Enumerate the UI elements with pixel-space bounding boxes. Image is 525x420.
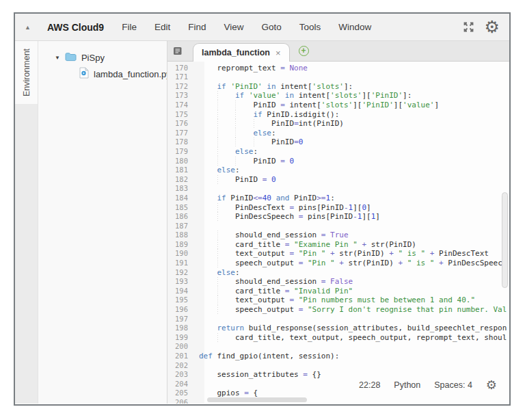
python-file-icon [79, 67, 89, 81]
line-number[interactable]: 179 [167, 147, 196, 157]
code-line[interactable]: 197 [167, 315, 509, 324]
code-line[interactable]: 186 PinDescSpeech = pins[PinID-1][1] [167, 212, 509, 222]
menu-item-tools[interactable]: Tools [299, 22, 321, 32]
line-number[interactable]: 196 [167, 305, 196, 315]
menu-item-goto[interactable]: Goto [261, 22, 281, 32]
code-line[interactable]: 172 if 'PinID' in intent['slots']: [167, 82, 509, 92]
code-line[interactable]: 195 text_output = "Pin numbers must be b… [167, 296, 509, 305]
line-number[interactable]: 203 [167, 370, 196, 380]
line-number[interactable]: 205 [167, 389, 196, 398]
cloud9-window: ▲ AWS Cloud9 FileEditFindViewGotoToolsWi… [14, 12, 511, 406]
code-line[interactable]: 173 if 'value' in intent['slots']['PinID… [167, 91, 509, 101]
line-number[interactable]: 194 [167, 287, 196, 296]
line-number[interactable]: 183 [167, 184, 196, 194]
line-number[interactable]: 187 [167, 222, 196, 231]
line-number[interactable]: 172 [167, 82, 196, 92]
line-number[interactable]: 177 [167, 129, 196, 138]
tab-lambda-function[interactable]: lambda_function × [193, 43, 290, 62]
line-number[interactable]: 174 [167, 101, 196, 110]
line-number[interactable]: 195 [167, 296, 196, 305]
code-line[interactable]: 187 [167, 222, 509, 231]
code-line[interactable]: 185 PinDescText = pins[PinID-1][0] [167, 203, 509, 213]
code-line[interactable]: 193 should_end_session = False [167, 277, 509, 287]
tab-environment[interactable]: Environment [15, 41, 38, 104]
tree-item-folder[interactable]: ▼ PiSpy [38, 49, 167, 66]
line-number[interactable]: 192 [167, 268, 196, 278]
code-line[interactable]: 176 PinID=int(PinID) [167, 119, 509, 129]
line-number[interactable]: 199 [167, 333, 196, 343]
line-number[interactable]: 181 [167, 166, 196, 175]
chevron-down-icon[interactable]: ▼ [55, 55, 60, 61]
fullscreen-icon[interactable] [463, 21, 474, 33]
code-line[interactable]: 199 card_title, text_output, speech_outp… [167, 333, 509, 343]
line-number[interactable]: 186 [167, 212, 196, 222]
line-number[interactable]: 197 [167, 315, 196, 324]
code-line[interactable]: 188 should_end_session = True [167, 231, 509, 240]
syntax-mode[interactable]: Python [394, 380, 420, 390]
code-editor[interactable]: 169170 reprompt_text = None171172 if 'Pi… [167, 62, 509, 404]
collapse-menubar-icon[interactable]: ▲ [25, 24, 31, 31]
code-line[interactable]: 177 else: [167, 129, 509, 138]
line-number[interactable]: 190 [167, 249, 196, 259]
menu-item-file[interactable]: File [122, 22, 137, 32]
code-line[interactable]: 184 if PinID<=40 and PinID>=1: [167, 194, 509, 203]
code-line[interactable]: 189 card_title = "Examine Pin " + str(Pi… [167, 240, 509, 250]
code-line[interactable]: 170 reprompt_text = None [167, 64, 509, 73]
line-number[interactable]: 184 [167, 194, 196, 203]
line-number[interactable]: 198 [167, 324, 196, 333]
menu-item-aws-cloud9[interactable]: AWS Cloud9 [47, 22, 104, 33]
code-line[interactable]: 179 else: [167, 147, 509, 157]
line-number[interactable]: 180 [167, 157, 196, 166]
line-number[interactable]: 176 [167, 119, 196, 129]
code-line[interactable]: 182 PinID = 0 [167, 175, 509, 185]
line-number[interactable]: 175 [167, 110, 196, 120]
horizontal-scrollbar-thumb[interactable] [207, 397, 307, 402]
line-number[interactable]: 191 [167, 259, 196, 268]
line-number[interactable]: 171 [167, 73, 196, 82]
status-bar: 22:28 Python Spaces: 4 ⚙ [356, 378, 500, 393]
vertical-scrollbar-thumb[interactable] [502, 192, 508, 288]
line-number[interactable]: 206 [167, 398, 196, 404]
indent-setting[interactable]: Spaces: 4 [434, 380, 472, 390]
code-line[interactable]: 178 PinID=0 [167, 137, 509, 147]
code-line[interactable]: 192 else: [167, 268, 509, 278]
code-line[interactable]: 191 speech_output = "Pin " + str(PinID) … [167, 259, 509, 268]
line-number[interactable]: 204 [167, 380, 196, 389]
code-line[interactable]: 190 text_output = "Pin " + str(PinID) + … [167, 249, 509, 259]
menubar-right: ⚙ [463, 18, 500, 36]
line-number[interactable]: 185 [167, 203, 196, 213]
line-number[interactable]: 188 [167, 231, 196, 240]
code-line[interactable]: 202 [167, 361, 509, 371]
line-number[interactable]: 201 [167, 352, 196, 361]
cursor-position[interactable]: 22:28 [359, 380, 380, 390]
menu-item-view[interactable]: View [224, 22, 243, 32]
code-line[interactable]: 175 if PinID.isdigit(): [167, 110, 509, 120]
line-number[interactable]: 178 [167, 137, 196, 147]
line-number[interactable]: 189 [167, 240, 196, 250]
tree-item-file[interactable]: lambda_function.py [38, 66, 167, 82]
menu-item-edit[interactable]: Edit [154, 22, 170, 32]
line-number[interactable]: 193 [167, 277, 196, 287]
code-line[interactable]: 198 return build_response(session_attrib… [167, 324, 509, 333]
line-number[interactable]: 200 [167, 342, 196, 352]
code-line[interactable]: 174 PinID = intent['slots']['PinID']['va… [167, 101, 509, 110]
code-line[interactable]: 181 else: [167, 166, 509, 175]
line-number[interactable]: 170 [167, 64, 196, 73]
code-line[interactable]: 183 [167, 184, 509, 194]
preferences-gear-icon[interactable]: ⚙ [485, 18, 500, 36]
code-line[interactable]: 194 card_title = "Invalid Pin" [167, 287, 509, 296]
tab-close-icon[interactable]: × [275, 48, 281, 58]
code-line[interactable]: 180 PinID = 0 [167, 157, 509, 166]
tab-list-icon[interactable] [173, 47, 183, 55]
editor-settings-gear-icon[interactable]: ⚙ [486, 379, 497, 391]
code-line[interactable]: 200 [167, 342, 509, 352]
line-number[interactable]: 202 [167, 361, 196, 371]
code-line[interactable]: 201def find_gpio(intent, session): [167, 352, 509, 361]
code-line[interactable]: 171 [167, 73, 509, 82]
menu-item-find[interactable]: Find [188, 22, 206, 32]
line-number[interactable]: 182 [167, 175, 196, 185]
new-tab-button[interactable]: + [299, 46, 309, 56]
menu-item-window[interactable]: Window [338, 22, 371, 32]
code-line[interactable]: 196 speech_output = "Sorry I don't reogn… [167, 305, 509, 315]
line-number[interactable]: 173 [167, 91, 196, 101]
